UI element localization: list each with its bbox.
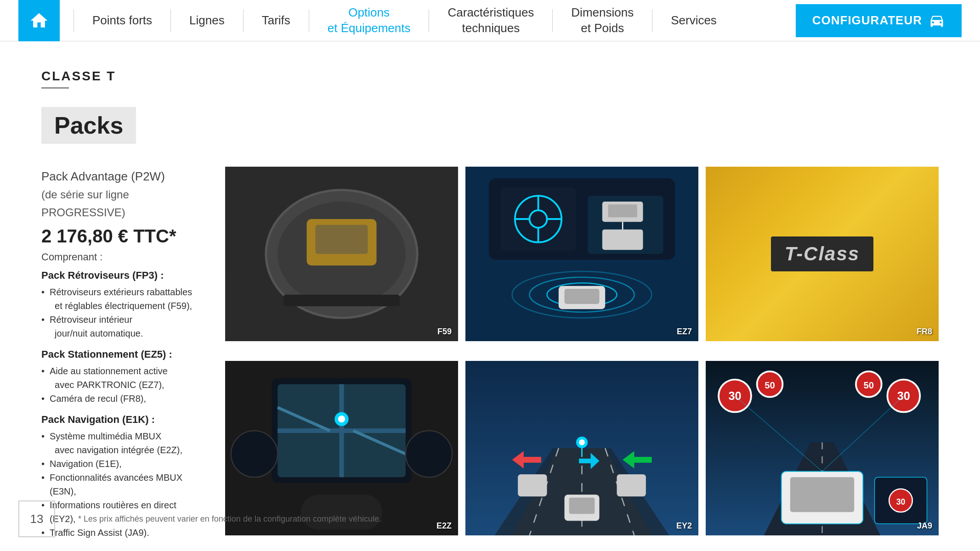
image-ez7: EZ7 [465, 167, 698, 341]
navigation: Points forts Lignes Tarifs Optionset Équ… [0, 0, 980, 41]
bullet-item: Caméra de recul (FR8), [41, 392, 198, 405]
bullet-item: Rétroviseur intérieur jour/nuit automati… [41, 313, 198, 340]
nav-item-caracteristiques[interactable]: Caractéristiquestechniques [443, 5, 538, 36]
svg-point-52 [579, 439, 585, 445]
page-number: 13 [18, 500, 55, 537]
svg-point-34 [338, 416, 345, 422]
pack-images-grid: F59 [225, 167, 939, 548]
svg-rect-46 [518, 474, 547, 496]
image-code-fr8: FR8 [917, 327, 932, 337]
pack-sub-title-2: Pack Stationnement (EZ5) : [41, 349, 198, 360]
nav-item-dimensions[interactable]: Dimensionset Poids [566, 5, 638, 36]
footnote: * Les prix affichés peuvent varier en fo… [78, 514, 381, 524]
nav-item-services[interactable]: Services [666, 13, 721, 28]
pack-bullets-2: Aide au stationnement active avec PARKTR… [41, 364, 198, 405]
mirror-svg [225, 167, 458, 341]
nav-item-lignes[interactable]: Lignes [185, 13, 229, 28]
pack-subtitle: (de série sur ligne PROGRESSIVE) [41, 188, 129, 219]
image-code-f59: F59 [437, 327, 452, 337]
car-icon [929, 12, 945, 29]
svg-rect-24 [565, 289, 600, 304]
svg-rect-3 [283, 295, 400, 306]
tclass-plate: T-Class [771, 236, 873, 271]
svg-point-35 [231, 431, 278, 477]
pack-price: 2 176,80 € TTC* [41, 226, 198, 247]
bullet-item: Aide au stationnement active avec PARKTR… [41, 364, 198, 392]
bullet-item: Fonctionnalités avancées MBUX (E3N), [41, 471, 198, 498]
pack-bullets-1: Rétroviseurs extérieurs rabattables et r… [41, 285, 198, 340]
nav-divider-1 [74, 9, 74, 32]
footer: 13 * Les prix affichés peuvent varier en… [0, 500, 980, 537]
parking-svg [465, 167, 698, 341]
svg-text:50: 50 [864, 380, 874, 390]
classe-underline [41, 87, 69, 89]
configurateur-button[interactable]: CONFIGURATEUR [796, 4, 962, 37]
svg-rect-17 [608, 204, 637, 217]
svg-text:30: 30 [728, 389, 741, 402]
classe-title: CLASSE T [41, 69, 939, 84]
main-content: CLASSE T Packs Pack Advantage (P2W) (de … [0, 41, 980, 548]
nav-item-points-forts[interactable]: Points forts [88, 13, 157, 28]
bullet-item: Navigation (E1E), [41, 457, 198, 471]
svg-rect-18 [602, 230, 643, 250]
svg-text:50: 50 [765, 380, 775, 390]
image-code-ez7: EZ7 [677, 327, 692, 337]
image-f59: F59 [225, 167, 458, 341]
nav-item-tarifs[interactable]: Tarifs [257, 13, 295, 28]
nav-divider-5 [429, 9, 429, 32]
svg-rect-47 [617, 474, 646, 496]
bullet-item: Rétroviseurs extérieurs rabattables et r… [41, 285, 198, 313]
bullet-item: Système multimédia MBUX avec navigation … [41, 429, 198, 457]
pack-comprenant: Comprenant : [41, 251, 198, 263]
nav-divider-6 [552, 9, 553, 32]
pack-sub-title-1: Pack Rétroviseurs (FP3) : [41, 270, 198, 281]
svg-rect-5 [316, 225, 368, 254]
home-button[interactable] [18, 0, 60, 41]
nav-divider-3 [243, 9, 244, 32]
image-fr8: T-Class FR8 [706, 167, 939, 341]
home-icon [29, 11, 49, 31]
section-label: Packs [41, 107, 136, 144]
nav-item-options[interactable]: Optionset Équipements [323, 5, 415, 36]
pack-name: Pack Advantage (P2W) (de série sur ligne… [41, 167, 198, 220]
pack-section: Pack Advantage (P2W) (de série sur ligne… [41, 167, 939, 548]
svg-point-36 [406, 431, 452, 477]
pack-sub-title-3: Pack Navigation (E1K) : [41, 414, 198, 426]
nav-divider-7 [652, 9, 652, 32]
nav-divider-2 [170, 9, 171, 32]
nav-divider-4 [309, 9, 309, 32]
pack-info: Pack Advantage (P2W) (de série sur ligne… [41, 167, 198, 548]
